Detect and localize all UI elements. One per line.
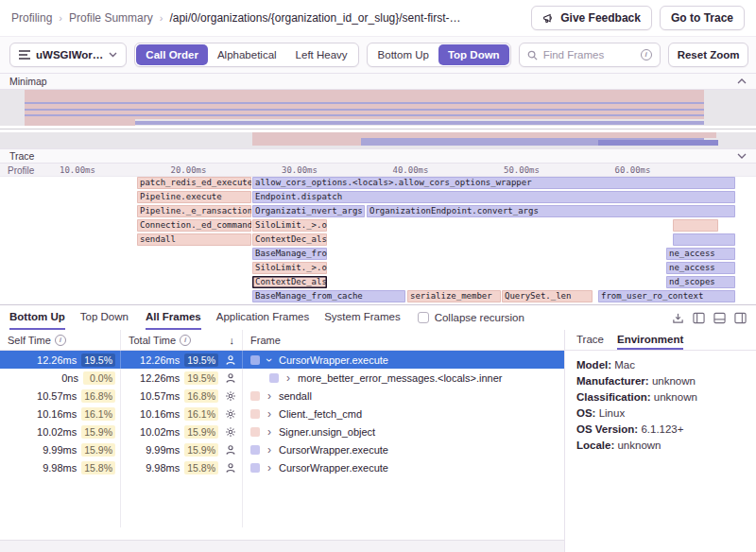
flame-frame[interactable]: from_user_ro_context [598,290,735,302]
frame-label: Frame [250,335,281,346]
total-time-value: 10.16ms [140,408,180,420]
breadcrumb-item-profile-summary[interactable]: Profile Summary [69,11,153,25]
total-time-info-icon[interactable]: i [180,335,191,346]
details-tab-trace[interactable]: Trace [576,330,604,350]
collapse-recursion-label: Collapse recursion [435,312,524,323]
trace-title: Trace [9,150,34,162]
sort-option-call-order[interactable]: Call Order [136,44,208,65]
flame-frame[interactable]: SiloLimit._>.over [252,219,327,232]
flamegraph-toolbar: uWSGIWor… Call OrderAlphabeticalLeft Hea… [0,36,756,74]
layout-right-icon[interactable] [734,312,747,324]
flame-frame[interactable]: ContextDec_als>.i [252,233,327,246]
axis-tick-label: 50.00ms [504,165,540,175]
list-icon [19,50,30,60]
flame-frame[interactable]: ContextDec_als>.i [252,276,327,288]
detail-label: Manufacturer: [576,375,652,387]
table-row[interactable]: 10.16ms16.1%10.16ms16.1%›Client._fetch_c… [0,405,564,423]
minimap-block [0,129,756,129]
search-info-icon[interactable]: i [641,49,652,60]
flame-frame[interactable]: nd_scopes [666,276,735,288]
expand-chevron-icon[interactable]: › [266,389,273,403]
layout-left-icon[interactable] [693,312,705,324]
search-input[interactable] [543,49,635,60]
self-time-value: 10.16ms [37,408,77,420]
total-time-column-header[interactable]: Total Time i ↓ [121,330,243,350]
give-feedback-button[interactable]: Give Feedback [531,6,652,30]
flame-frame[interactable]: Endpoint.dispatch [252,191,735,203]
tab-top-down[interactable]: Top Down [80,305,129,330]
go-to-trace-button[interactable]: Go to Trace [660,6,745,30]
tab-bottom-up[interactable]: Bottom Up [9,305,65,330]
self-time-column-header[interactable]: Self Time i [0,330,121,350]
flamegraph-canvas[interactable]: from_user_ro_contextQuerySet._lenseriali… [0,177,756,304]
flame-frame[interactable] [673,233,735,246]
table-row[interactable]: 9.99ms15.9%9.99ms15.9%›CursorWrapper.exe… [0,440,564,458]
flame-frame[interactable]: OrganizationEndpoint.convert_args [367,205,735,217]
flame-frame[interactable]: Pipeline.execute [137,191,251,203]
frame-color-chip [250,427,260,437]
sort-option-alphabetical[interactable]: Alphabetical [208,44,286,65]
frame-column-header[interactable]: Frame [243,330,564,350]
sort-option-left-heavy[interactable]: Left Heavy [286,44,357,65]
search-icon [527,50,538,60]
flame-frame[interactable]: Pipeline._e_ransaction [137,205,251,217]
flame-frame[interactable]: QuerySet._len [502,290,593,302]
detail-field: Manufacturer: unknown [576,373,745,389]
self-time-percent: 16.1% [81,407,115,421]
thread-selector[interactable]: uWSGIWor… [9,43,127,67]
collapse-trace-icon[interactable] [737,153,747,159]
minimap-canvas[interactable] [0,90,756,148]
flame-frame[interactable]: allow_cors_options.<locals>.allow_cors_o… [252,177,735,189]
flame-frame[interactable]: Organizati_nvert_args [252,205,365,217]
sort-descending-icon[interactable]: ↓ [230,335,235,346]
horizontal-scrollbar-track[interactable] [0,540,564,552]
view-option-bottom-up[interactable]: Bottom Up [369,44,438,65]
reset-zoom-button[interactable]: Reset Zoom [668,43,749,67]
detail-value: Mac [614,359,635,371]
expand-chevron-icon[interactable]: › [266,407,273,421]
detail-value: unknown [617,440,661,451]
tab-application-frames[interactable]: Application Frames [216,305,309,330]
table-row[interactable]: 9.98ms15.8%9.98ms15.8%›CursorWrapper.exe… [0,458,564,476]
self-time-info-icon[interactable]: i [55,335,66,346]
details-tab-environment[interactable]: Environment [617,330,683,350]
flame-frame[interactable]: SiloLimit._>.over [252,262,327,274]
detail-label: Classification: [576,391,654,403]
flame-frame[interactable]: patch_redis_ed_execute [137,177,251,189]
table-row[interactable]: 12.26ms19.5%12.26ms19.5%›CursorWrapper.e… [0,351,564,369]
frame-name: more_better_error_messages.<locals>.inne… [298,372,502,384]
axis-tick-label: 10.00ms [60,165,95,175]
system-frame-icon [223,426,237,438]
tab-all-frames[interactable]: All Frames [146,305,201,330]
table-row[interactable]: 10.02ms15.9%10.02ms15.9%›Signer.unsign_o… [0,423,564,440]
flame-frame[interactable]: ne_access [666,262,735,274]
give-feedback-label: Give Feedback [560,11,641,25]
collapse-minimap-icon[interactable] [737,78,747,84]
collapse-recursion-checkbox[interactable] [418,312,429,323]
flame-frame[interactable]: serialize_member [407,290,501,302]
breadcrumb-item-profiling[interactable]: Profiling [11,11,52,25]
expand-chevron-icon[interactable]: › [284,371,292,385]
flame-frame[interactable]: Connection._ed_command [137,219,251,232]
flame-frame[interactable] [673,219,718,232]
flame-frame[interactable]: sendall [137,233,251,246]
total-time-percent: 15.8% [184,461,218,474]
download-icon[interactable] [672,312,684,324]
layout-bottom-icon[interactable] [713,312,726,324]
breadcrumb-item--api-0-organizations-organizat[interactable]: /api/0/organizations/{organization_id_or… [169,11,460,25]
flame-frame[interactable]: BaseManage_from_cache [252,290,405,302]
table-row[interactable]: 10.57ms16.8%10.57ms16.8%›sendall [0,387,564,405]
expand-chevron-icon[interactable]: › [263,356,276,364]
expand-chevron-icon[interactable]: › [266,425,273,439]
flame-frame[interactable]: ne_access [666,248,735,260]
minimap-block [25,102,704,104]
expand-chevron-icon[interactable]: › [266,443,273,457]
table-row[interactable]: 0ns0.0%12.26ms19.5%›more_better_error_me… [0,369,564,387]
expand-chevron-icon[interactable]: › [266,461,273,474]
tab-system-frames[interactable]: System Frames [324,305,401,330]
collapse-recursion-control[interactable]: Collapse recursion [418,312,524,323]
flame-frame[interactable]: BaseManage_from_c [252,248,327,260]
view-option-top-down[interactable]: Top Down [438,44,509,65]
go-to-trace-label: Go to Trace [671,11,733,25]
frame-name: CursorWrapper.execute [279,354,388,366]
